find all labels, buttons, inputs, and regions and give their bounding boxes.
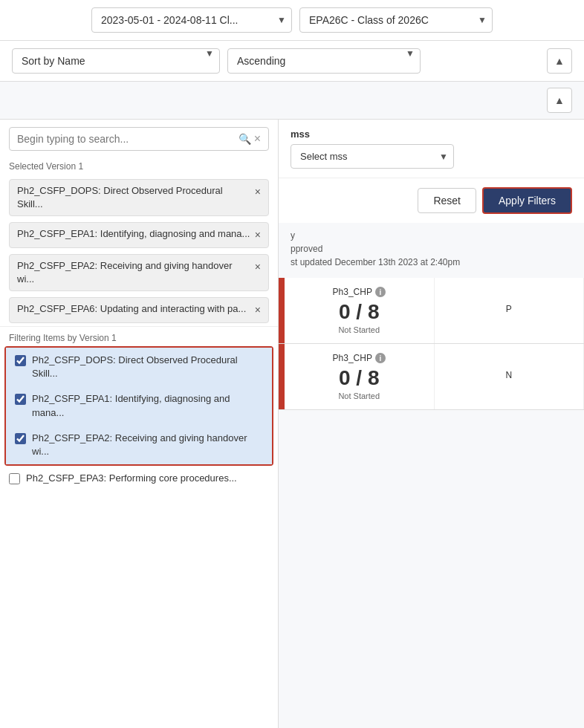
date-range-select[interactable]: 2023-05-01 - 2024-08-11 Cl... <box>91 7 292 33</box>
info-icon-0[interactable]: i <box>375 287 386 297</box>
asc-select-wrapper: Ascending Descending ▼ <box>227 48 421 74</box>
cell-score-1: 0 / 8 <box>339 366 379 390</box>
updated-text: st updated December 13th 2023 at 2:40pm <box>291 254 572 270</box>
red-bar-0 <box>279 278 285 343</box>
search-icon: 🔍 <box>239 133 251 145</box>
reset-button[interactable]: Reset <box>418 188 476 213</box>
selected-version-label: Selected Version 1 <box>0 158 278 176</box>
asc-select[interactable]: Ascending Descending <box>227 48 421 74</box>
mss-label: mss <box>291 129 572 140</box>
checkbox-1-label: Ph2_CSFP_EPA1: Identifying, diagnosing a… <box>32 392 263 419</box>
selected-item-1-remove[interactable]: × <box>255 228 261 243</box>
selected-item-0-remove[interactable]: × <box>255 185 261 200</box>
checkbox-list: Ph2_CSFP_DOPS: Direct Observed Procedura… <box>0 346 278 728</box>
checked-group: Ph2_CSFP_DOPS: Direct Observed Procedura… <box>4 346 273 466</box>
collapse-section: ▲ <box>0 82 584 120</box>
selected-item-3-text: Ph2_CSFP_EPA6: Updating and interacting … <box>17 302 255 316</box>
selected-item-3: Ph2_CSFP_EPA6: Updating and interacting … <box>9 297 269 323</box>
list-item[interactable]: Ph2_CSFP_DOPS: Direct Observed Procedura… <box>6 348 272 386</box>
selected-item-0: Ph2_CSFP_DOPS: Direct Observed Procedura… <box>9 179 269 216</box>
list-item[interactable]: Ph2_CSFP_EPA2: Receiving and giving hand… <box>6 426 272 464</box>
date-range-wrapper[interactable]: 2023-05-01 - 2024-08-11 Cl... ▼ <box>91 7 292 33</box>
main-content: 🔍 × Selected Version 1 Ph2_CSFP_DOPS: Di… <box>0 120 584 728</box>
data-grid: Ph3_CHP i 0 / 8 Not Started P Ph3_CHP <box>279 278 584 410</box>
checkbox-1[interactable] <box>15 394 26 405</box>
right-top: mss Select mss ▼ <box>279 120 584 178</box>
cell-label-0b: P <box>506 304 512 314</box>
checkbox-0-label: Ph2_CSFP_DOPS: Direct Observed Procedura… <box>32 354 263 380</box>
checkbox-3-label: Ph2_CSFP_EPA3: Performing core procedure… <box>26 472 237 485</box>
cell-label-text-1: Ph3_CHP <box>333 353 372 363</box>
list-item[interactable]: Ph2_CSFP_EPA3: Performing core procedure… <box>0 466 278 491</box>
checkbox-2[interactable] <box>15 433 26 444</box>
sort-select[interactable]: Sort by Name Sort by Date Sort by Score <box>12 48 220 74</box>
mss-select[interactable]: Select mss <box>291 144 454 169</box>
class-select[interactable]: EPA26C - Class of 2026C <box>299 7 493 33</box>
selected-item-2: Ph2_CSFP_EPA2: Receiving and giving hand… <box>9 254 269 291</box>
cell-status-0: Not Started <box>338 325 380 334</box>
status-area: y pproved st updated December 13th 2023 … <box>279 223 584 278</box>
filtering-items-label: Filtering Items by Version 1 <box>0 326 278 346</box>
grid-cell-1b: N <box>435 344 585 409</box>
checkbox-2-label: Ph2_CSFP_EPA2: Receiving and giving hand… <box>32 432 263 458</box>
cell-status-1: Not Started <box>338 391 380 400</box>
selected-item-1: Ph2_CSFP_EPA1: Identifying, diagnosing a… <box>9 222 269 248</box>
selected-item-2-remove[interactable]: × <box>255 260 261 275</box>
red-bar-1 <box>279 344 285 409</box>
cell-label-text-1b: N <box>505 370 512 380</box>
collapse-arrow-button[interactable]: ▲ <box>547 88 572 113</box>
cell-label-text-0: Ph3_CHP <box>333 287 372 297</box>
checkbox-3[interactable] <box>9 473 20 484</box>
action-buttons: Reset Apply Filters <box>279 178 584 223</box>
grid-cell-0: Ph3_CHP i 0 / 8 Not Started <box>285 278 435 343</box>
search-clear-icon[interactable]: × <box>254 132 261 146</box>
approved-text: pproved <box>291 244 572 254</box>
cell-label-text-0b: P <box>506 304 512 314</box>
top-bar: 2023-05-01 - 2024-08-11 Cl... ▼ EPA26C -… <box>0 0 584 41</box>
selected-item-1-text: Ph2_CSFP_EPA1: Identifying, diagnosing a… <box>17 227 255 241</box>
info-icon-1[interactable]: i <box>375 353 386 363</box>
table-row: Ph3_CHP i 0 / 8 Not Started P <box>279 278 584 344</box>
search-box[interactable]: 🔍 × <box>9 127 269 151</box>
sort-select-wrapper: Sort by Name Sort by Date Sort by Score … <box>12 48 220 74</box>
class-wrapper[interactable]: EPA26C - Class of 2026C ▼ <box>299 7 493 33</box>
status-text: y <box>291 230 572 241</box>
checkbox-0[interactable] <box>15 355 26 366</box>
filter-bar: Sort by Name Sort by Date Sort by Score … <box>0 41 584 82</box>
list-item[interactable]: Ph2_CSFP_EPA1: Identifying, diagnosing a… <box>6 386 272 425</box>
apply-filters-button[interactable]: Apply Filters <box>482 187 572 214</box>
cell-label-1b: N <box>505 370 512 380</box>
table-row: Ph3_CHP i 0 / 8 Not Started N <box>279 344 584 410</box>
cell-score-0: 0 / 8 <box>339 300 379 324</box>
selected-item-2-text: Ph2_CSFP_EPA2: Receiving and giving hand… <box>17 259 255 286</box>
cell-label-1: Ph3_CHP i <box>333 353 386 363</box>
filter-collapse-button[interactable]: ▲ <box>547 48 572 74</box>
search-input[interactable] <box>17 133 239 145</box>
grid-cell-0b: P <box>435 278 585 343</box>
right-panel: mss Select mss ▼ Reset Apply Filters y p… <box>279 120 584 728</box>
grid-cell-1: Ph3_CHP i 0 / 8 Not Started <box>285 344 435 409</box>
mss-select-wrapper: Select mss ▼ <box>291 144 454 169</box>
selected-item-0-text: Ph2_CSFP_DOPS: Direct Observed Procedura… <box>17 184 255 211</box>
left-panel: 🔍 × Selected Version 1 Ph2_CSFP_DOPS: Di… <box>0 120 279 728</box>
cell-label-0: Ph3_CHP i <box>333 287 386 297</box>
selected-item-3-remove[interactable]: × <box>255 303 261 318</box>
